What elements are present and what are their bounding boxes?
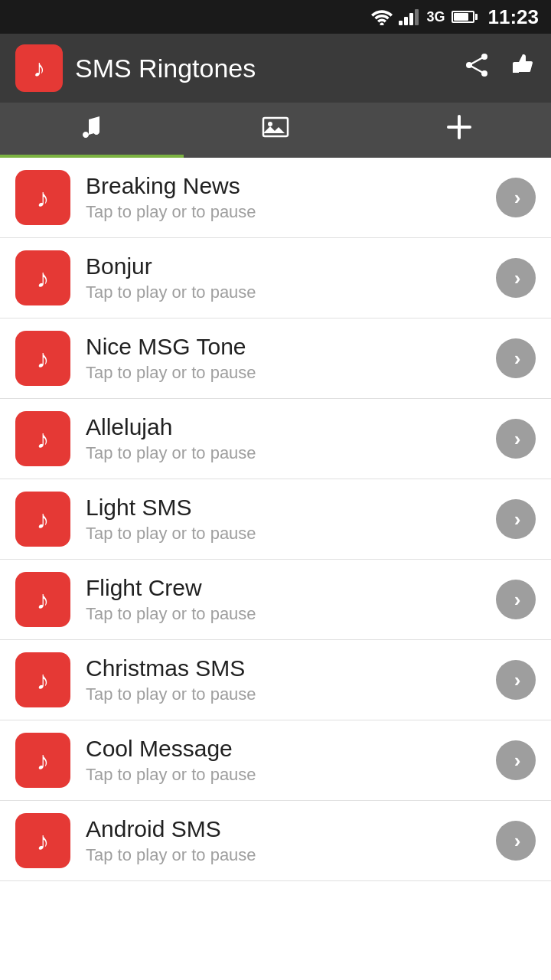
header-actions — [464, 51, 536, 85]
item-title: Flight Crew — [86, 575, 487, 601]
item-subtitle: Tap to play or to pause — [86, 604, 487, 624]
svg-point-11 — [268, 122, 272, 126]
tab-image[interactable] — [184, 103, 367, 158]
item-chevron[interactable]: › — [496, 419, 536, 459]
list-item[interactable]: ♪ Bonjur Tap to play or to pause › — [0, 238, 551, 318]
add-tab-icon — [444, 112, 474, 149]
svg-line-9 — [469, 65, 484, 74]
item-chevron[interactable]: › — [496, 660, 536, 700]
list-item[interactable]: ♪ Nice MSG Tone Tap to play or to pause … — [0, 318, 551, 399]
item-title: Breaking News — [86, 173, 487, 199]
list-item[interactable]: ♪ Flight Crew Tap to play or to pause › — [0, 560, 551, 640]
wifi-icon — [371, 8, 393, 25]
svg-rect-1 — [399, 21, 403, 25]
item-title: Christmas SMS — [86, 655, 487, 681]
svg-rect-4 — [415, 9, 419, 25]
item-icon: ♪ — [15, 250, 70, 305]
list-item[interactable]: ♪ Android SMS Tap to play or to pause › — [0, 801, 551, 881]
item-title: Cool Message — [86, 736, 487, 762]
app-title: SMS Ringtones — [75, 54, 452, 83]
app-logo: ♪ — [15, 44, 63, 92]
status-icons: 3G 11:23 — [371, 5, 539, 29]
svg-rect-3 — [409, 13, 413, 25]
tab-bar — [0, 103, 551, 158]
item-chevron[interactable]: › — [496, 499, 536, 539]
status-time: 11:23 — [488, 5, 540, 29]
thumbs-up-icon[interactable] — [508, 51, 536, 85]
item-icon: ♪ — [15, 170, 70, 225]
item-subtitle: Tap to play or to pause — [86, 845, 487, 865]
item-subtitle: Tap to play or to pause — [86, 684, 487, 704]
tab-add[interactable] — [367, 103, 551, 158]
svg-line-8 — [469, 57, 484, 65]
item-subtitle: Tap to play or to pause — [86, 202, 487, 222]
list-item[interactable]: ♪ Light SMS Tap to play or to pause › — [0, 479, 551, 560]
item-icon: ♪ — [15, 331, 70, 386]
item-chevron[interactable]: › — [496, 178, 536, 217]
list-item[interactable]: ♪ Breaking News Tap to play or to pause … — [0, 158, 551, 238]
item-icon: ♪ — [15, 652, 70, 707]
item-chevron[interactable]: › — [496, 580, 536, 619]
item-icon: ♪ — [15, 411, 70, 466]
status-bar: 3G 11:23 — [0, 0, 551, 34]
music-tab-icon — [77, 112, 107, 149]
item-icon: ♪ — [15, 572, 70, 627]
tab-music[interactable] — [0, 103, 184, 158]
item-subtitle: Tap to play or to pause — [86, 443, 487, 463]
list-item[interactable]: ♪ Allelujah Tap to play or to pause › — [0, 399, 551, 479]
item-subtitle: Tap to play or to pause — [86, 283, 487, 302]
item-chevron[interactable]: › — [496, 258, 536, 298]
item-title: Light SMS — [86, 495, 487, 521]
item-subtitle: Tap to play or to pause — [86, 524, 487, 544]
app-header: ♪ SMS Ringtones — [0, 34, 551, 103]
share-icon[interactable] — [464, 52, 490, 84]
item-chevron[interactable]: › — [496, 740, 536, 780]
item-chevron[interactable]: › — [496, 338, 536, 378]
item-subtitle: Tap to play or to pause — [86, 765, 487, 785]
item-chevron[interactable]: › — [496, 821, 536, 861]
item-title: Bonjur — [86, 253, 487, 279]
list-item[interactable]: ♪ Cool Message Tap to play or to pause › — [0, 720, 551, 801]
item-icon: ♪ — [15, 492, 70, 547]
image-tab-icon — [260, 112, 291, 149]
app-logo-note: ♪ — [33, 54, 45, 83]
item-title: Nice MSG Tone — [86, 334, 487, 360]
item-title: Android SMS — [86, 816, 487, 842]
item-subtitle: Tap to play or to pause — [86, 363, 487, 383]
signal-icon — [399, 8, 420, 25]
ringtone-list: ♪ Breaking News Tap to play or to pause … — [0, 158, 551, 881]
item-title: Allelujah — [86, 414, 487, 440]
item-icon: ♪ — [15, 813, 70, 868]
svg-rect-2 — [404, 17, 408, 25]
list-item[interactable]: ♪ Christmas SMS Tap to play or to pause … — [0, 640, 551, 720]
signal-text: 3G — [426, 9, 445, 25]
item-icon: ♪ — [15, 733, 70, 788]
battery-icon — [452, 11, 478, 23]
svg-rect-10 — [263, 118, 288, 136]
svg-point-0 — [380, 23, 384, 26]
